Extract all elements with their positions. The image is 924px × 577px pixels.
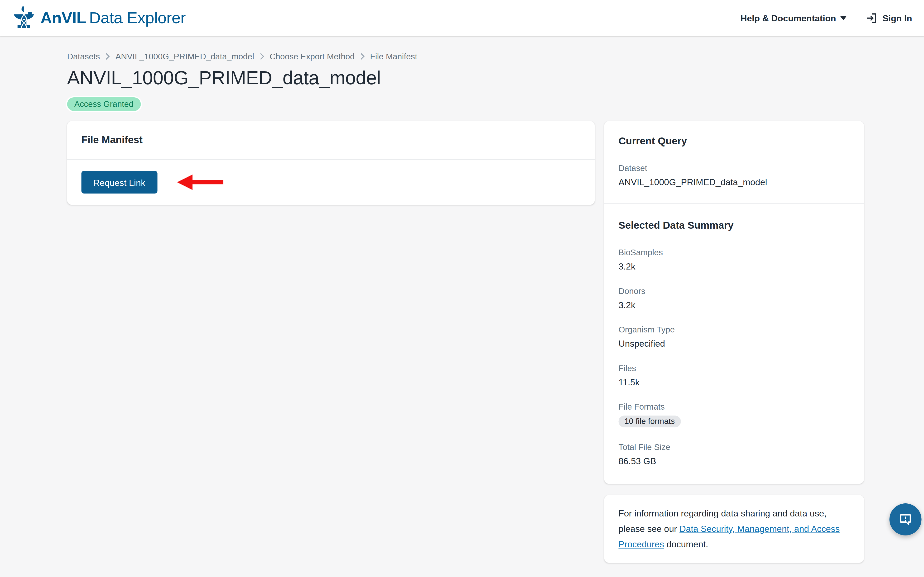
app-root: AnVILData Explorer Help & Documentation … [0, 0, 924, 577]
summary-row-organism-type: Organism Type Unspecified [619, 325, 850, 348]
anvil-logo[interactable]: AnVILData Explorer [13, 5, 186, 31]
selected-data-summary-title: Selected Data Summary [619, 220, 850, 232]
breadcrumb-choose-export-method[interactable]: Choose Export Method [270, 52, 355, 61]
sign-in-button[interactable]: Sign In [866, 12, 912, 24]
files-value: 11.5k [619, 377, 850, 387]
chevron-right-icon [105, 53, 110, 60]
dataset-value: ANVIL_1000G_PRIMED_data_model [619, 177, 850, 187]
chevron-right-icon [260, 53, 264, 60]
data-use-info-card: For information regarding data sharing a… [604, 495, 864, 563]
breadcrumb: Datasets ANVIL_1000G_PRIMED_data_model C… [67, 52, 864, 61]
summary-row-file-formats: File Formats 10 file formats [619, 402, 850, 428]
total-file-size-value: 86.53 GB [619, 456, 850, 466]
file-formats-badge: 10 file formats [619, 416, 681, 427]
dataset-label: Dataset [619, 163, 850, 173]
card-divider [604, 203, 864, 204]
biosamples-label: BioSamples [619, 248, 850, 257]
summary-row-total-file-size: Total File Size 86.53 GB [619, 442, 850, 466]
total-file-size-label: Total File Size [619, 442, 850, 452]
files-label: Files [619, 363, 850, 373]
logo-wordmark: AnVILData Explorer [40, 9, 186, 27]
current-query-title: Current Query [619, 135, 850, 147]
dataset-summary-row: Dataset ANVIL_1000G_PRIMED_data_model [619, 163, 850, 187]
help-documentation-menu[interactable]: Help & Documentation [740, 13, 847, 23]
feedback-button[interactable] [890, 503, 922, 535]
header-actions: Help & Documentation Sign In [740, 12, 912, 24]
current-query-card: Current Query Dataset ANVIL_1000G_PRIMED… [604, 121, 864, 484]
file-manifest-card-title: File Manifest [81, 134, 581, 146]
organism-type-label: Organism Type [619, 325, 850, 334]
biosamples-value: 3.2k [619, 261, 850, 271]
file-formats-label: File Formats [619, 402, 850, 411]
sign-in-icon [866, 12, 878, 24]
summary-row-biosamples: BioSamples 3.2k [619, 248, 850, 271]
logo-product-text: Data Explorer [89, 9, 186, 27]
feedback-icon [898, 512, 913, 527]
chevron-down-icon [840, 16, 847, 21]
sign-in-label: Sign In [882, 13, 912, 23]
app-header: AnVILData Explorer Help & Documentation … [0, 0, 924, 36]
breadcrumb-datasets[interactable]: Datasets [67, 52, 100, 61]
logo-brand-text: AnVIL [40, 9, 86, 27]
sidebar: Current Query Dataset ANVIL_1000G_PRIMED… [604, 121, 864, 563]
breadcrumb-file-manifest: File Manifest [370, 52, 417, 61]
request-link-button[interactable]: Request Link [81, 171, 157, 193]
info-text-after: document. [664, 539, 708, 549]
page-title: ANVIL_1000G_PRIMED_data_model [67, 67, 864, 89]
anvil-dna-logo-icon [13, 5, 37, 31]
data-use-info-text: For information regarding data sharing a… [619, 506, 850, 552]
main-content: Datasets ANVIL_1000G_PRIMED_data_model C… [67, 52, 864, 563]
donors-value: 3.2k [619, 300, 850, 310]
donors-label: Donors [619, 286, 850, 296]
summary-row-files: Files 11.5k [619, 363, 850, 387]
file-manifest-card: File Manifest Request Link [67, 121, 595, 205]
chevron-right-icon [360, 53, 365, 60]
help-documentation-label: Help & Documentation [740, 13, 836, 23]
access-granted-badge: Access Granted [67, 97, 141, 111]
summary-row-donors: Donors 3.2k [619, 286, 850, 310]
breadcrumb-dataset-name[interactable]: ANVIL_1000G_PRIMED_data_model [115, 52, 254, 61]
annotation-arrow-left-icon [177, 173, 223, 191]
organism-type-value: Unspecified [619, 338, 850, 348]
